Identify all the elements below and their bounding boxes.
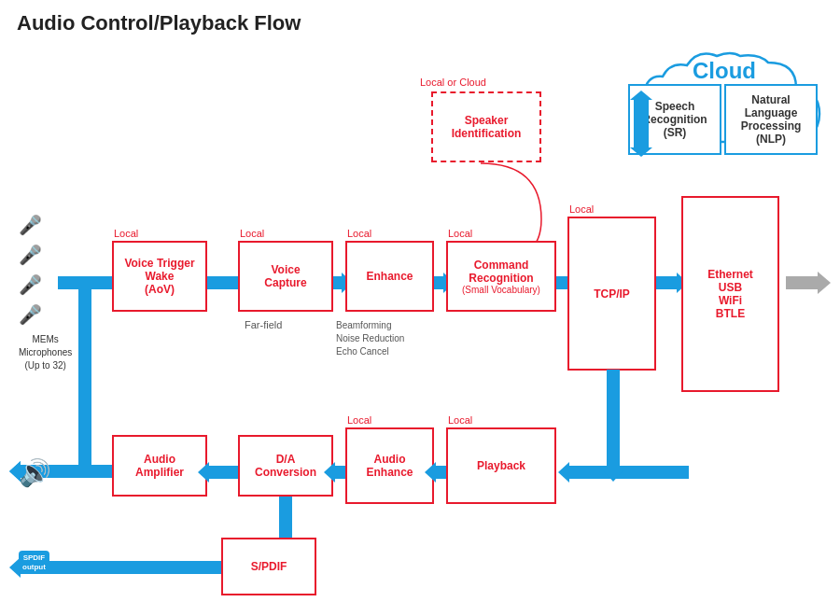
speaker-id-box: SpeakerIdentification — [431, 91, 541, 162]
speech-recognition-label: SpeechRecognition(SR) — [642, 100, 707, 139]
da-conversion-box: D/AConversion — [238, 435, 333, 497]
beamforming-label: Beamforming Noise Reduction Echo Cancel — [336, 319, 404, 358]
mic-section: 🎤 🎤 🎤 🎤 MEMs Microphones (Up to 32) — [19, 210, 72, 372]
mems-label: MEMs Microphones (Up to 32) — [19, 333, 72, 372]
enhance-box: Local Enhance — [345, 241, 434, 312]
pb-local-label: Local — [448, 414, 472, 426]
arrow-da-to-spdif-v — [279, 497, 292, 538]
cloud-boxes: SpeechRecognition(SR) Natural LanguagePr… — [628, 84, 818, 155]
cloud-double-arrow — [634, 98, 649, 149]
arrow-vertical-tcp — [607, 370, 620, 472]
command-recognition-box: Local CommandRecognition (Small Vocabula… — [446, 241, 556, 312]
tcpip-box: Local TCP/IP — [567, 217, 656, 371]
arrow-right-gray — [786, 276, 819, 289]
vc-local-label: Local — [240, 228, 264, 239]
far-field-label: Far-field — [245, 319, 282, 330]
enhance-local-label: Local — [347, 228, 371, 239]
vtw-local-label: Local — [114, 228, 138, 239]
spdif-box: S/PDIF — [221, 538, 316, 595]
speaker-id-label: SpeakerIdentification — [452, 114, 522, 140]
cr-sub-label: (Small Vocabulary) — [462, 285, 540, 295]
cr-local-label: Local — [448, 228, 472, 239]
arrow-vertical-left — [78, 283, 91, 465]
eth-usb-box: EthernetUSBWiFiBTLE — [681, 196, 779, 392]
playback-box: Local Playback — [446, 427, 556, 504]
spdif-badge: SPDIFoutput — [19, 551, 49, 574]
speaker-icon: 🔊 — [19, 457, 51, 488]
ae-local-label: Local — [347, 414, 371, 426]
arrow-eth-to-pb — [567, 466, 689, 479]
tcpip-local-label: Local — [569, 203, 594, 215]
audio-amplifier-box: AudioAmplifier — [112, 435, 207, 497]
audio-enhance-box: Local AudioEnhance — [345, 427, 434, 504]
voice-capture-box: Local VoiceCapture — [238, 241, 333, 312]
cloud-label: Cloud — [693, 58, 756, 84]
diagram: Audio Control/Playback Flow Cloud Speech… — [0, 0, 840, 616]
local-or-cloud-label: Local or Cloud — [420, 77, 486, 88]
mic-icon-1: 🎤 — [19, 210, 72, 240]
mic-icons: 🎤 🎤 🎤 🎤 — [19, 210, 72, 329]
mic-icon-2: 🎤 — [19, 240, 72, 270]
nlp-box: Natural LanguageProcessing(NLP) — [724, 84, 818, 155]
mic-icon-3: 🎤 — [19, 270, 72, 300]
nlp-label: Natural LanguageProcessing(NLP) — [730, 93, 812, 146]
mic-icon-4: 🎤 — [19, 300, 72, 329]
page-title: Audio Control/Playback Flow — [17, 11, 301, 35]
voice-trigger-wake-box: Local Voice TriggerWake(AoV) — [112, 241, 207, 312]
